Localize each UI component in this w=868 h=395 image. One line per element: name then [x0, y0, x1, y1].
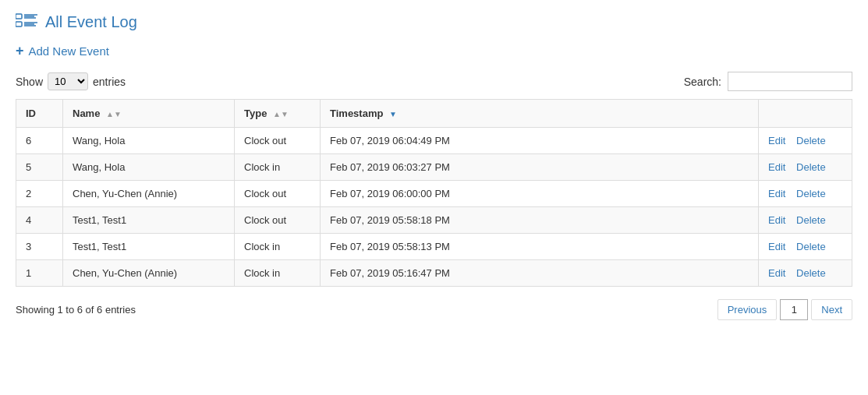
- cell-timestamp: Feb 07, 2019 06:00:00 PM: [321, 181, 759, 207]
- cell-timestamp: Feb 07, 2019 06:03:27 PM: [321, 154, 759, 181]
- add-new-event-button[interactable]: + Add New Event: [16, 44, 852, 58]
- edit-link-4[interactable]: Edit: [768, 214, 785, 226]
- cell-timestamp: Feb 07, 2019 06:04:49 PM: [321, 128, 759, 154]
- cell-id: 4: [16, 207, 63, 234]
- timestamp-sort-icon: ▼: [389, 110, 397, 118]
- cell-name: Chen, Yu-Chen (Annie): [63, 260, 235, 287]
- cell-name: Chen, Yu-Chen (Annie): [63, 181, 235, 207]
- cell-actions: Edit Delete: [759, 154, 852, 181]
- delete-link-5[interactable]: Delete: [796, 161, 826, 173]
- cell-actions: Edit Delete: [759, 234, 852, 260]
- table-row: 3 Test1, Test1 Clock in Feb 07, 2019 05:…: [16, 234, 852, 260]
- col-header-actions: [759, 100, 852, 128]
- table-row: 2 Chen, Yu-Chen (Annie) Clock out Feb 07…: [16, 181, 852, 207]
- table-footer: Showing 1 to 6 of 6 entries Previous 1 N…: [16, 299, 852, 320]
- cell-actions: Edit Delete: [759, 128, 852, 154]
- table-row: 1 Chen, Yu-Chen (Annie) Clock in Feb 07,…: [16, 260, 852, 287]
- add-new-event-label: Add New Event: [29, 44, 109, 58]
- plus-icon: +: [16, 44, 24, 58]
- cell-actions: Edit Delete: [759, 260, 852, 287]
- col-header-name[interactable]: Name ▲▼: [63, 100, 235, 128]
- col-header-timestamp[interactable]: Timestamp ▼: [321, 100, 759, 128]
- page-number-1[interactable]: 1: [780, 299, 808, 320]
- table-row: 5 Wang, Hola Clock in Feb 07, 2019 06:03…: [16, 154, 852, 181]
- page-header: All Event Log: [16, 12, 852, 31]
- next-button[interactable]: Next: [811, 299, 852, 320]
- col-header-type[interactable]: Type ▲▼: [235, 100, 321, 128]
- search-bar: Search:: [684, 72, 852, 91]
- cell-timestamp: Feb 07, 2019 05:16:47 PM: [321, 260, 759, 287]
- cell-type: Clock out: [235, 128, 321, 154]
- search-input[interactable]: [728, 72, 852, 91]
- edit-link-1[interactable]: Edit: [768, 267, 785, 279]
- svg-rect-0: [16, 14, 22, 19]
- cell-name: Wang, Hola: [63, 128, 235, 154]
- cell-name: Test1, Test1: [63, 207, 235, 234]
- delete-link-1[interactable]: Delete: [796, 267, 826, 279]
- cell-type: Clock out: [235, 181, 321, 207]
- svg-rect-4: [16, 22, 22, 26]
- table-row: 6 Wang, Hola Clock out Feb 07, 2019 06:0…: [16, 128, 852, 154]
- delete-link-3[interactable]: Delete: [796, 241, 826, 252]
- cell-timestamp: Feb 07, 2019 05:58:18 PM: [321, 207, 759, 234]
- table-body: 6 Wang, Hola Clock out Feb 07, 2019 06:0…: [16, 128, 852, 287]
- show-entries-select[interactable]: 10 25 50 100: [48, 72, 88, 90]
- edit-link-3[interactable]: Edit: [768, 241, 785, 252]
- name-sort-icon: ▲▼: [106, 110, 122, 118]
- controls-bar: Show 10 25 50 100 entries Search:: [16, 72, 852, 91]
- cell-actions: Edit Delete: [759, 207, 852, 234]
- entries-info: Showing 1 to 6 of 6 entries: [16, 304, 136, 316]
- cell-id: 3: [16, 234, 63, 260]
- cell-name: Test1, Test1: [63, 234, 235, 260]
- cell-id: 2: [16, 181, 63, 207]
- event-log-table: ID Name ▲▼ Type ▲▼ Timestamp ▼ 6 Wang, H…: [16, 99, 852, 287]
- edit-link-2[interactable]: Edit: [768, 188, 785, 199]
- page-title: All Event Log: [45, 13, 137, 31]
- cell-type: Clock in: [235, 234, 321, 260]
- cell-type: Clock in: [235, 154, 321, 181]
- col-header-id: ID: [16, 100, 63, 128]
- search-label: Search:: [684, 76, 721, 88]
- table-header: ID Name ▲▼ Type ▲▼ Timestamp ▼: [16, 100, 852, 128]
- entries-label: entries: [93, 76, 126, 88]
- list-icon: [16, 12, 37, 31]
- cell-timestamp: Feb 07, 2019 05:58:13 PM: [321, 234, 759, 260]
- delete-link-4[interactable]: Delete: [796, 214, 826, 226]
- previous-button[interactable]: Previous: [717, 299, 778, 320]
- show-label: Show: [16, 76, 43, 88]
- cell-id: 1: [16, 260, 63, 287]
- delete-link-6[interactable]: Delete: [796, 135, 826, 146]
- cell-type: Clock in: [235, 260, 321, 287]
- cell-type: Clock out: [235, 207, 321, 234]
- pagination: Previous 1 Next: [717, 299, 852, 320]
- type-sort-icon: ▲▼: [273, 110, 289, 118]
- delete-link-2[interactable]: Delete: [796, 188, 826, 199]
- cell-actions: Edit Delete: [759, 181, 852, 207]
- edit-link-6[interactable]: Edit: [768, 135, 785, 146]
- cell-id: 5: [16, 154, 63, 181]
- table-row: 4 Test1, Test1 Clock out Feb 07, 2019 05…: [16, 207, 852, 234]
- edit-link-5[interactable]: Edit: [768, 161, 785, 173]
- cell-id: 6: [16, 128, 63, 154]
- show-entries-control: Show 10 25 50 100 entries: [16, 72, 126, 90]
- cell-name: Wang, Hola: [63, 154, 235, 181]
